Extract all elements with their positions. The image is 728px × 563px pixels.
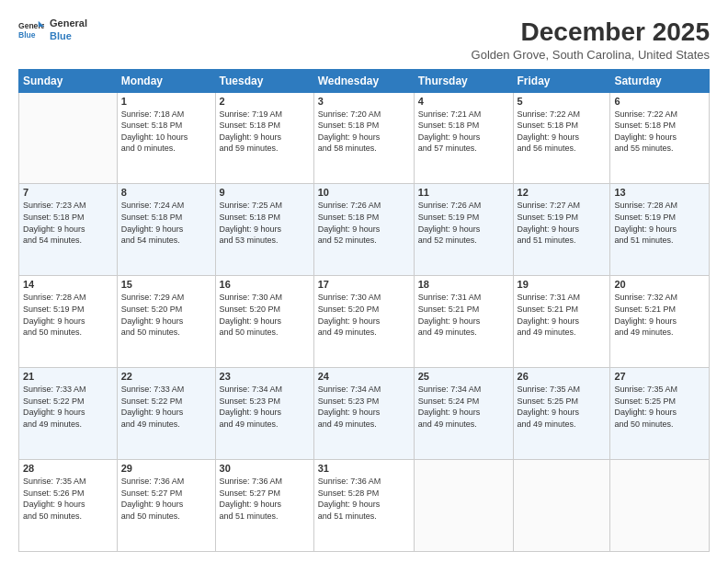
day-number: 12 (518, 187, 607, 198)
day-number: 9 (220, 187, 310, 198)
calendar-day-cell: 21Sunrise: 7:33 AMSunset: 5:22 PMDayligh… (19, 368, 118, 460)
calendar-header-cell: Wednesday (313, 69, 414, 92)
day-info: Sunrise: 7:36 AMSunset: 5:27 PMDaylight:… (220, 476, 310, 522)
calendar-day-cell: 2Sunrise: 7:19 AMSunset: 5:18 PMDaylight… (215, 92, 313, 184)
calendar-header-row: SundayMondayTuesdayWednesdayThursdayFrid… (19, 69, 710, 92)
day-number: 6 (614, 96, 705, 107)
day-number: 18 (418, 279, 509, 290)
calendar-header-cell: Sunday (19, 69, 118, 92)
day-info: Sunrise: 7:27 AMSunset: 5:19 PMDaylight:… (518, 200, 607, 246)
calendar-day-cell: 16Sunrise: 7:30 AMSunset: 5:20 PMDayligh… (215, 276, 313, 368)
day-info: Sunrise: 7:24 AMSunset: 5:18 PMDaylight:… (121, 200, 211, 246)
day-number: 21 (23, 371, 113, 382)
day-number: 4 (418, 96, 509, 107)
calendar-day-cell: 23Sunrise: 7:34 AMSunset: 5:23 PMDayligh… (215, 368, 313, 460)
calendar-header-cell: Saturday (610, 69, 710, 92)
day-number: 29 (121, 463, 211, 474)
day-info: Sunrise: 7:22 AMSunset: 5:18 PMDaylight:… (614, 109, 705, 155)
logo-icon: General Blue (18, 19, 44, 40)
calendar-day-cell: 19Sunrise: 7:31 AMSunset: 5:21 PMDayligh… (513, 276, 610, 368)
day-number: 7 (23, 187, 113, 198)
day-number: 31 (318, 463, 410, 474)
calendar-day-cell (19, 92, 118, 184)
day-info: Sunrise: 7:25 AMSunset: 5:18 PMDaylight:… (220, 200, 310, 246)
day-number: 3 (318, 96, 410, 107)
day-number: 10 (318, 187, 410, 198)
calendar-header-cell: Monday (117, 69, 215, 92)
calendar-week-row: 14Sunrise: 7:28 AMSunset: 5:19 PMDayligh… (19, 276, 710, 368)
calendar-header-cell: Thursday (414, 69, 513, 92)
logo-text: General (50, 17, 87, 29)
day-info: Sunrise: 7:35 AMSunset: 5:26 PMDaylight:… (23, 476, 113, 522)
day-info: Sunrise: 7:23 AMSunset: 5:18 PMDaylight:… (23, 200, 113, 246)
calendar-day-cell: 4Sunrise: 7:21 AMSunset: 5:18 PMDaylight… (414, 92, 513, 184)
calendar-day-cell: 13Sunrise: 7:28 AMSunset: 5:19 PMDayligh… (610, 184, 710, 276)
calendar-day-cell (414, 460, 513, 552)
calendar-day-cell: 25Sunrise: 7:34 AMSunset: 5:24 PMDayligh… (414, 368, 513, 460)
day-info: Sunrise: 7:20 AMSunset: 5:18 PMDaylight:… (318, 109, 410, 155)
day-info: Sunrise: 7:33 AMSunset: 5:22 PMDaylight:… (121, 384, 211, 430)
calendar-day-cell: 17Sunrise: 7:30 AMSunset: 5:20 PMDayligh… (313, 276, 414, 368)
day-info: Sunrise: 7:31 AMSunset: 5:21 PMDaylight:… (418, 292, 509, 338)
calendar-day-cell: 31Sunrise: 7:36 AMSunset: 5:28 PMDayligh… (313, 460, 414, 552)
header: General Blue General Blue December 2025 … (18, 17, 710, 62)
calendar-table: SundayMondayTuesdayWednesdayThursdayFrid… (18, 69, 710, 552)
day-number: 25 (418, 371, 509, 382)
calendar-day-cell: 3Sunrise: 7:20 AMSunset: 5:18 PMDaylight… (313, 92, 414, 184)
calendar-day-cell: 14Sunrise: 7:28 AMSunset: 5:19 PMDayligh… (19, 276, 118, 368)
day-number: 1 (121, 96, 211, 107)
day-number: 30 (220, 463, 310, 474)
calendar-day-cell: 27Sunrise: 7:35 AMSunset: 5:25 PMDayligh… (610, 368, 710, 460)
calendar-day-cell: 12Sunrise: 7:27 AMSunset: 5:19 PMDayligh… (513, 184, 610, 276)
day-number: 19 (518, 279, 607, 290)
calendar-week-row: 21Sunrise: 7:33 AMSunset: 5:22 PMDayligh… (19, 368, 710, 460)
day-number: 11 (418, 187, 509, 198)
day-number: 13 (614, 187, 705, 198)
svg-text:Blue: Blue (18, 30, 36, 40)
day-info: Sunrise: 7:34 AMSunset: 5:23 PMDaylight:… (220, 384, 310, 430)
calendar-day-cell: 29Sunrise: 7:36 AMSunset: 5:27 PMDayligh… (117, 460, 215, 552)
day-info: Sunrise: 7:30 AMSunset: 5:20 PMDaylight:… (318, 292, 410, 338)
calendar-day-cell: 30Sunrise: 7:36 AMSunset: 5:27 PMDayligh… (215, 460, 313, 552)
day-info: Sunrise: 7:30 AMSunset: 5:20 PMDaylight:… (220, 292, 310, 338)
day-number: 17 (318, 279, 410, 290)
day-number: 26 (518, 371, 607, 382)
day-info: Sunrise: 7:35 AMSunset: 5:25 PMDaylight:… (518, 384, 607, 430)
day-info: Sunrise: 7:28 AMSunset: 5:19 PMDaylight:… (23, 292, 113, 338)
day-number: 14 (23, 279, 113, 290)
calendar-day-cell (513, 460, 610, 552)
day-info: Sunrise: 7:31 AMSunset: 5:21 PMDaylight:… (518, 292, 607, 338)
day-number: 16 (220, 279, 310, 290)
day-number: 28 (23, 463, 113, 474)
calendar-week-row: 28Sunrise: 7:35 AMSunset: 5:26 PMDayligh… (19, 460, 710, 552)
day-number: 8 (121, 187, 211, 198)
day-info: Sunrise: 7:32 AMSunset: 5:21 PMDaylight:… (614, 292, 705, 338)
day-info: Sunrise: 7:29 AMSunset: 5:20 PMDaylight:… (121, 292, 211, 338)
calendar-day-cell: 11Sunrise: 7:26 AMSunset: 5:19 PMDayligh… (414, 184, 513, 276)
calendar-day-cell: 1Sunrise: 7:18 AMSunset: 5:18 PMDaylight… (117, 92, 215, 184)
calendar-day-cell: 8Sunrise: 7:24 AMSunset: 5:18 PMDaylight… (117, 184, 215, 276)
logo: General Blue General Blue (18, 17, 87, 43)
day-info: Sunrise: 7:34 AMSunset: 5:23 PMDaylight:… (318, 384, 410, 430)
day-info: Sunrise: 7:21 AMSunset: 5:18 PMDaylight:… (418, 109, 509, 155)
calendar-day-cell: 9Sunrise: 7:25 AMSunset: 5:18 PMDaylight… (215, 184, 313, 276)
calendar-day-cell: 15Sunrise: 7:29 AMSunset: 5:20 PMDayligh… (117, 276, 215, 368)
subtitle: Golden Grove, South Carolina, United Sta… (472, 48, 710, 62)
calendar-day-cell: 20Sunrise: 7:32 AMSunset: 5:21 PMDayligh… (610, 276, 710, 368)
page: General Blue General Blue December 2025 … (0, 0, 728, 563)
day-info: Sunrise: 7:26 AMSunset: 5:18 PMDaylight:… (318, 200, 410, 246)
day-number: 15 (121, 279, 211, 290)
calendar-day-cell: 6Sunrise: 7:22 AMSunset: 5:18 PMDaylight… (610, 92, 710, 184)
main-title: December 2025 (472, 17, 710, 48)
calendar-day-cell: 18Sunrise: 7:31 AMSunset: 5:21 PMDayligh… (414, 276, 513, 368)
day-info: Sunrise: 7:22 AMSunset: 5:18 PMDaylight:… (518, 109, 607, 155)
logo-text-blue: Blue (50, 29, 87, 42)
calendar-day-cell: 5Sunrise: 7:22 AMSunset: 5:18 PMDaylight… (513, 92, 610, 184)
day-info: Sunrise: 7:26 AMSunset: 5:19 PMDaylight:… (418, 200, 509, 246)
calendar-day-cell: 22Sunrise: 7:33 AMSunset: 5:22 PMDayligh… (117, 368, 215, 460)
day-info: Sunrise: 7:36 AMSunset: 5:27 PMDaylight:… (121, 476, 211, 522)
calendar-header-cell: Tuesday (215, 69, 313, 92)
title-block: December 2025 Golden Grove, South Caroli… (472, 17, 710, 62)
day-info: Sunrise: 7:18 AMSunset: 5:18 PMDaylight:… (121, 109, 211, 155)
day-number: 23 (220, 371, 310, 382)
